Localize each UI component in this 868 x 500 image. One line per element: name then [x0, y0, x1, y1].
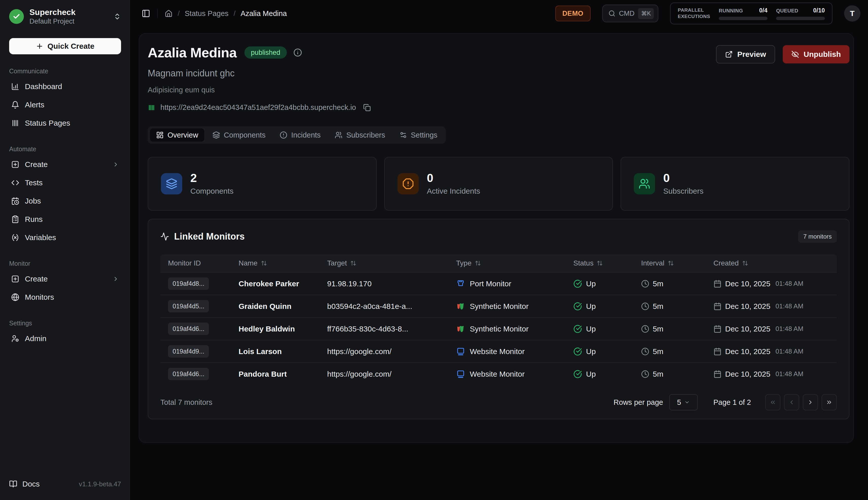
- breadcrumb-separator: /: [233, 9, 236, 18]
- copy-icon[interactable]: [363, 104, 371, 111]
- sidebar-item-status-pages[interactable]: Status Pages: [9, 114, 121, 132]
- sidebar-item-create-monitor[interactable]: Create: [9, 270, 121, 288]
- project-switcher[interactable]: Supercheck Default Project: [9, 8, 121, 25]
- stat-card-active-incidents: 0 Active Incidents: [384, 157, 613, 211]
- column-status[interactable]: Status: [573, 259, 641, 267]
- stat-card-components: 2 Components: [148, 157, 377, 211]
- command-search[interactable]: CMD ⌘K: [602, 4, 659, 22]
- table-row[interactable]: 019af4d6... Hedley Baldwin ff766b35-830c…: [160, 317, 837, 340]
- monitor-type: Website Monitor: [456, 347, 573, 356]
- sidebar-item-label: Status Pages: [25, 119, 70, 127]
- last-page-button[interactable]: [822, 394, 837, 410]
- docs-link[interactable]: Docs: [22, 480, 39, 488]
- sidebar-item-admin[interactable]: Admin: [9, 329, 121, 348]
- page-head: Azalia Medina published Magnam incidunt …: [148, 45, 701, 112]
- sidebar-item-tests[interactable]: Tests: [9, 174, 121, 192]
- sidebar-item-create-automation[interactable]: Create: [9, 155, 121, 174]
- topbar: / Status Pages / Azalia Medina DEMO CMD …: [130, 0, 868, 27]
- tab-subscribers[interactable]: Subscribers: [329, 128, 391, 141]
- stat-card-subscribers: 0 Subscribers: [620, 157, 849, 211]
- chevron-right-icon: [112, 161, 119, 168]
- sidebar-item-label: Create: [25, 275, 48, 283]
- column-target[interactable]: Target: [327, 259, 456, 267]
- prev-page-button[interactable]: [784, 394, 799, 410]
- quick-create-button[interactable]: Quick Create: [9, 38, 121, 54]
- tab-incidents[interactable]: Incidents: [274, 128, 327, 141]
- app-root: Supercheck Default Project Quick Create …: [0, 0, 868, 500]
- monitor-created: Dec 10, 2025 01:48 AM: [713, 280, 837, 288]
- monitor-type: Synthetic Monitor: [456, 325, 573, 333]
- chevrons-up-down-icon[interactable]: [113, 13, 121, 20]
- sidebar-item-variables[interactable]: Variables: [9, 228, 121, 247]
- running-progress-bar: [719, 17, 767, 20]
- table-row[interactable]: 019af4d5... Graiden Quinn b03594c2-a0ca-…: [160, 295, 837, 317]
- monitors-table: Monitor ID Name Target Type Status Inter…: [160, 254, 837, 385]
- sidebar-item-label: Variables: [25, 233, 56, 242]
- sidebar-item-jobs[interactable]: Jobs: [9, 192, 121, 210]
- running-label: RUNNING: [719, 8, 743, 14]
- linked-monitors-card: Linked Monitors 7 monitors Monitor ID Na…: [148, 219, 849, 419]
- tab-overview[interactable]: Overview: [150, 128, 204, 141]
- monitor-target: ff766b35-830c-4d63-8...: [327, 325, 456, 333]
- queued-meter: QUEUED 0/10: [776, 7, 825, 20]
- table-row[interactable]: 019af4d8... Cherokee Parker 91.98.19.170…: [160, 272, 837, 295]
- sidebar-toggle-icon[interactable]: [141, 9, 150, 18]
- preview-button[interactable]: Preview: [716, 45, 775, 64]
- section-label-automate: Automate: [9, 145, 121, 153]
- sidebar-item-runs[interactable]: Runs: [9, 210, 121, 228]
- sort-icon: [742, 260, 748, 266]
- monitor-type: Website Monitor: [456, 370, 573, 379]
- user-cog-icon: [11, 334, 19, 343]
- variable-icon: [11, 234, 19, 242]
- users-icon: [335, 131, 342, 139]
- status-badge: published: [244, 46, 287, 59]
- brand-logo: [9, 9, 24, 24]
- running-value: 0/4: [759, 7, 767, 14]
- home-icon[interactable]: [165, 10, 173, 18]
- layers-icon: [161, 173, 182, 194]
- next-page-button[interactable]: [803, 394, 818, 410]
- alert-circle-icon: [280, 131, 287, 139]
- tab-components[interactable]: Components: [206, 128, 272, 141]
- page-size-select[interactable]: 5: [669, 394, 698, 410]
- section-label-communicate: Communicate: [9, 68, 121, 75]
- column-created[interactable]: Created: [713, 259, 837, 267]
- avatar[interactable]: T: [844, 5, 860, 22]
- tab-settings[interactable]: Settings: [393, 128, 444, 141]
- monitor-id-badge: 019af4d6...: [168, 368, 209, 380]
- monitor-status: Up: [573, 280, 641, 288]
- monitor-id-badge: 019af4d9...: [168, 345, 209, 357]
- column-type[interactable]: Type: [456, 259, 573, 267]
- sidebar-item-alerts[interactable]: Alerts: [9, 96, 121, 114]
- sidebar-item-monitors[interactable]: Monitors: [9, 288, 121, 306]
- sort-icon: [475, 260, 481, 266]
- sidebar-item-label: Monitors: [25, 293, 54, 302]
- monitor-name: Lois Larson: [239, 347, 327, 356]
- stat-label: Components: [190, 187, 233, 195]
- column-name[interactable]: Name: [239, 259, 327, 267]
- monitor-status: Up: [573, 302, 641, 311]
- breadcrumb-status-pages[interactable]: Status Pages: [185, 9, 229, 18]
- unpublish-button[interactable]: Unpublish: [783, 45, 849, 64]
- info-icon[interactable]: [293, 48, 302, 57]
- first-page-button[interactable]: [765, 394, 780, 410]
- section-label-monitor: Monitor: [9, 260, 121, 267]
- clock-icon: [641, 325, 649, 333]
- breadcrumb-current: Azalia Medina: [241, 9, 287, 18]
- circle-check-icon: [573, 325, 582, 333]
- column-interval[interactable]: Interval: [641, 259, 713, 267]
- calendar-icon: [713, 280, 721, 288]
- sidebar-item-label: Dashboard: [25, 82, 62, 91]
- queued-progress-bar: [776, 17, 825, 20]
- clock-icon: [641, 280, 649, 288]
- stat-cards: 2 Components 0 Active Incidents 0: [148, 157, 849, 211]
- app-version: v1.1.9-beta.47: [79, 480, 121, 488]
- status-page-url[interactable]: https://2ea9d24eac504347a51aef29f2a4bcbb…: [160, 103, 356, 112]
- table-row[interactable]: 019af4d6... Pandora Burt https://google.…: [160, 362, 837, 385]
- linked-monitors-title: Linked Monitors: [174, 231, 245, 242]
- table-row[interactable]: 019af4d9... Lois Larson https://google.c…: [160, 340, 837, 362]
- divider: [157, 9, 158, 18]
- stat-label: Subscribers: [663, 187, 703, 195]
- sidebar-item-dashboard[interactable]: Dashboard: [9, 77, 121, 96]
- monitor-name: Hedley Baldwin: [239, 325, 327, 333]
